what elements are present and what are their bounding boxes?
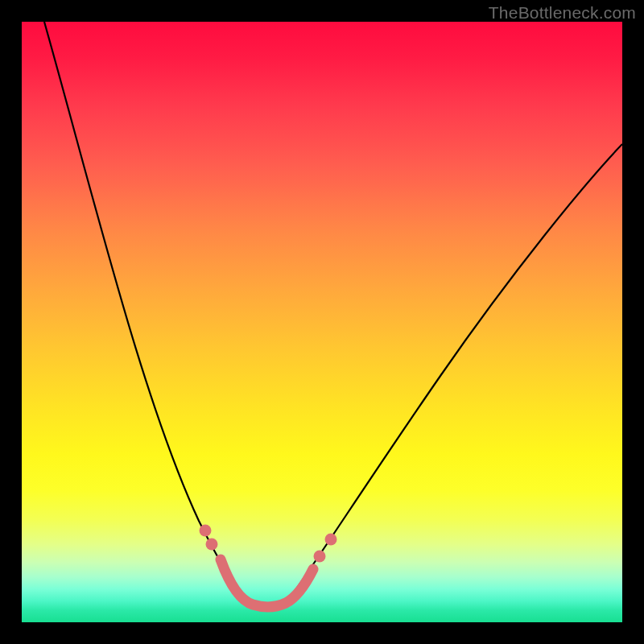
- chart-svg: [22, 22, 622, 622]
- plot-area: [22, 22, 622, 622]
- marker-dot: [200, 525, 212, 537]
- marker-dot: [325, 534, 337, 546]
- marker-dot: [206, 539, 218, 551]
- marker-arc: [221, 559, 313, 607]
- curve-right: [287, 144, 622, 601]
- marker-dot: [314, 551, 326, 563]
- watermark-text: TheBottleneck.com: [489, 3, 636, 23]
- chart-frame: TheBottleneck.com: [0, 0, 644, 644]
- curve-left: [44, 22, 250, 601]
